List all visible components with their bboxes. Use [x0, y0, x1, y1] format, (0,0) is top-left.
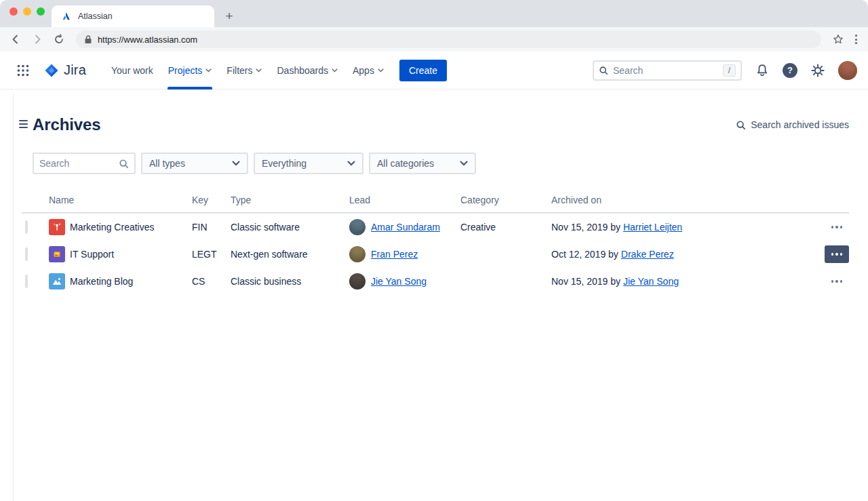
- row-actions-menu-icon[interactable]: [825, 218, 849, 236]
- help-icon[interactable]: ?: [783, 63, 797, 78]
- everything-filter-dropdown[interactable]: Everything: [254, 153, 363, 174]
- project-name: IT Support: [70, 249, 114, 260]
- project-category: Creative: [460, 222, 551, 233]
- expand-sidebar-button[interactable]: [17, 118, 30, 130]
- search-icon: [119, 159, 129, 169]
- project-type: Classic business: [231, 276, 349, 287]
- row-actions-menu-icon[interactable]: [825, 245, 849, 263]
- categories-filter-dropdown[interactable]: All categories: [369, 153, 476, 174]
- table-row: Marketing Creatives FIN Classic software…: [22, 214, 849, 241]
- back-button[interactable]: [7, 31, 24, 48]
- chevron-down-icon: [205, 68, 212, 73]
- bookmark-star-icon[interactable]: [829, 31, 847, 48]
- archived-by-link[interactable]: Drake Perez: [621, 249, 674, 260]
- archived-by-link[interactable]: Harriet Leijten: [623, 222, 682, 233]
- nav-item-projects[interactable]: Projects: [161, 52, 220, 89]
- nav-item-dashboards[interactable]: Dashboards: [269, 52, 345, 89]
- row-checkbox[interactable]: [25, 247, 28, 261]
- chevron-down-icon: [347, 161, 355, 166]
- maximize-window-button[interactable]: [37, 7, 45, 16]
- primary-nav: Your work Projects Filters Dashboards Ap…: [104, 52, 391, 89]
- column-header-name: Name: [49, 195, 192, 209]
- search-icon: [736, 120, 746, 130]
- app-switcher-icon[interactable]: [14, 61, 33, 80]
- lead-link[interactable]: Amar Sundaram: [371, 222, 440, 233]
- filter-bar: All types Everything All categories: [33, 153, 849, 174]
- project-type: Next-gen software: [231, 249, 349, 260]
- row-checkbox[interactable]: [25, 275, 28, 288]
- nav-right-cluster: / ?: [593, 60, 857, 81]
- settings-gear-icon[interactable]: [809, 62, 827, 79]
- lead-avatar: [349, 273, 366, 289]
- new-tab-button[interactable]: +: [220, 7, 239, 26]
- archived-date: Oct 12, 2019 by: [551, 249, 618, 260]
- lead-link[interactable]: Jie Yan Song: [371, 276, 427, 287]
- global-search[interactable]: /: [593, 60, 742, 81]
- project-avatar-marketing-blog: [49, 273, 65, 289]
- reload-button[interactable]: [50, 31, 68, 48]
- search-shortcut-key: /: [723, 64, 736, 77]
- jira-top-nav: Jira Your work Projects Filters Dashboar…: [0, 52, 868, 89]
- archived-date: Nov 15, 2019 by: [551, 222, 620, 233]
- column-header-type: Type: [231, 195, 349, 209]
- lead-avatar: [349, 246, 366, 262]
- project-avatar-it-support: [49, 246, 65, 262]
- chevron-down-icon: [332, 68, 338, 73]
- browser-tab-atlassian[interactable]: Atlassian: [52, 5, 214, 27]
- chevron-down-icon: [232, 161, 240, 166]
- column-header-category: Category: [460, 195, 551, 209]
- nav-item-filters[interactable]: Filters: [219, 52, 269, 89]
- archives-main: Archives Search archived issues All type…: [0, 89, 868, 295]
- search-icon: [599, 66, 608, 75]
- chevron-down-icon: [460, 161, 468, 166]
- browser-window: Atlassian + https://www.atlassian.com: [0, 0, 868, 501]
- url-text: https://www.atlassian.com: [98, 35, 197, 45]
- collapsed-sidebar-rail: [0, 94, 14, 501]
- tab-title: Atlassian: [78, 12, 113, 21]
- project-avatar-marketing-creatives: [49, 219, 65, 235]
- search-archived-issues-link[interactable]: Search archived issues: [736, 119, 849, 130]
- table-header-row: Name Key Type Lead Category Archived on: [22, 192, 849, 214]
- table-search-input[interactable]: [39, 158, 115, 169]
- column-header-lead: Lead: [349, 195, 460, 209]
- nav-item-your-work[interactable]: Your work: [104, 52, 161, 89]
- notifications-bell-icon[interactable]: [753, 62, 771, 79]
- browser-toolbar: https://www.atlassian.com: [0, 27, 868, 52]
- table-row: Marketing Blog CS Classic business Jie Y…: [22, 268, 849, 295]
- table-row: IT Support LEGT Next-gen software Fran P…: [22, 241, 849, 268]
- project-name: Marketing Creatives: [70, 222, 155, 233]
- archived-date: Nov 15, 2019 by: [551, 276, 620, 287]
- table-search-field[interactable]: [33, 153, 136, 174]
- project-key: CS: [192, 276, 231, 287]
- browser-menu-icon[interactable]: [851, 31, 861, 48]
- lock-icon[interactable]: [84, 35, 92, 44]
- jira-logo[interactable]: Jira: [43, 62, 86, 79]
- user-avatar[interactable]: [838, 61, 857, 80]
- project-name: Marketing Blog: [70, 276, 133, 287]
- atlassian-favicon-icon: [61, 11, 72, 22]
- row-actions-menu-icon[interactable]: [825, 273, 849, 290]
- chevron-down-icon: [256, 68, 262, 73]
- project-type: Classic software: [231, 222, 349, 233]
- project-key: FIN: [192, 222, 231, 233]
- minimize-window-button[interactable]: [23, 7, 31, 16]
- global-search-input[interactable]: [613, 65, 718, 76]
- create-button[interactable]: Create: [399, 60, 447, 81]
- jira-wordmark: Jira: [64, 62, 86, 78]
- address-bar[interactable]: https://www.atlassian.com: [76, 31, 821, 48]
- page-content: Archives Search archived issues All type…: [0, 89, 868, 501]
- nav-item-apps[interactable]: Apps: [345, 52, 391, 89]
- page-title: Archives: [33, 115, 101, 134]
- lead-avatar: [349, 219, 366, 235]
- archived-by-link[interactable]: Jie Yan Song: [623, 276, 679, 287]
- types-filter-dropdown[interactable]: All types: [141, 153, 248, 174]
- chevron-down-icon: [378, 68, 384, 73]
- lead-link[interactable]: Fran Perez: [371, 249, 418, 260]
- close-window-button[interactable]: [9, 7, 18, 16]
- row-checkbox[interactable]: [25, 220, 28, 234]
- archived-projects-table: Name Key Type Lead Category Archived on: [22, 192, 849, 295]
- project-key: LEGT: [192, 249, 231, 260]
- forward-button[interactable]: [28, 31, 46, 48]
- header-checkbox-spacer: [22, 200, 49, 204]
- jira-logo-icon: [43, 62, 60, 79]
